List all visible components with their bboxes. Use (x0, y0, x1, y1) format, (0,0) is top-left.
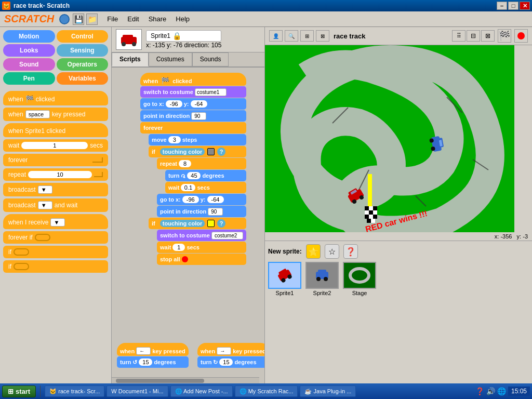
turn-left-15[interactable]: turn ↺ degrees (117, 356, 189, 368)
view-btn-2[interactable]: 🔍 (285, 30, 298, 42)
when-clicked-block[interactable]: when🏁clicked (3, 91, 108, 105)
taskbar-browser1[interactable]: 🌐 Add New Post -... (170, 385, 233, 397)
view-btn-3[interactable]: ⊞ (300, 30, 314, 42)
when-green-flag-1[interactable]: when 🏁 clicked (140, 73, 246, 86)
stage-thumb[interactable]: Stage (343, 262, 376, 296)
tab-sounds[interactable]: Sounds (192, 52, 229, 66)
if-block-2[interactable]: if (3, 260, 108, 273)
stamp-sprite-btn[interactable]: ☆ (325, 244, 339, 259)
y2-input[interactable] (207, 196, 224, 203)
motion-category[interactable]: Motion (3, 30, 55, 43)
when-sprite-clicked-block[interactable]: when Sprite1 clicked (3, 123, 108, 137)
wait1-input[interactable] (172, 244, 185, 251)
broadcast-wait-block[interactable]: broadcast ▼ and wait (3, 198, 108, 212)
when-key-pressed-block[interactable]: when space key pressed (3, 108, 108, 121)
receive-dropdown[interactable]: ▼ (50, 218, 65, 227)
stop-all[interactable]: stop all (157, 254, 246, 265)
broadcast-block[interactable]: broadcast ▼ (3, 183, 108, 196)
direction-dropdown[interactable]: 90 (191, 112, 206, 120)
stop-button[interactable] (514, 29, 528, 43)
share-menu[interactable]: Share (144, 14, 171, 24)
wait-01[interactable]: wait secs (165, 182, 246, 193)
tab-scripts[interactable]: Scripts (112, 52, 149, 66)
layout-btn-2[interactable]: ⊟ (467, 30, 480, 42)
folder-icon[interactable]: 📁 (86, 14, 98, 25)
if-block-1[interactable]: if (3, 246, 108, 258)
close-button[interactable]: ✕ (520, 2, 530, 10)
when-left-key[interactable]: when ← key pressed (117, 343, 189, 356)
maximize-button[interactable]: □ (508, 2, 518, 10)
broadcast-dropdown[interactable]: ▼ (38, 185, 52, 194)
turn15-right[interactable] (219, 358, 233, 366)
sound-category[interactable]: Sound (3, 58, 55, 71)
turn-45[interactable]: turn ↻ degrees (165, 170, 246, 181)
tab-costumes[interactable]: Costumes (149, 52, 192, 66)
operators-category[interactable]: Operators (57, 58, 109, 71)
if-touching-yellow[interactable]: if touching color ? (149, 218, 246, 229)
point-dir-reset[interactable]: point in direction 90 (157, 206, 246, 217)
upload-sprite-btn[interactable]: ❓ (343, 244, 358, 259)
steps-input[interactable] (168, 136, 181, 143)
horizontal-scrollbar[interactable] (112, 377, 259, 383)
costume-dropdown-2[interactable]: costume2 (211, 232, 243, 240)
sprite1-thumb[interactable]: Sprite1 (268, 262, 301, 296)
dir-dropdown-2[interactable]: 90 (208, 208, 223, 216)
view-btn-4[interactable]: ⊠ (316, 30, 329, 42)
control-category[interactable]: Control (57, 30, 109, 43)
repeat8-input[interactable] (179, 160, 191, 167)
y-input[interactable] (191, 100, 207, 108)
key-dropdown[interactable]: space (25, 110, 50, 118)
if-touching-gray[interactable]: if touching color ? (149, 146, 246, 157)
layout-btn-1[interactable]: ⠿ (452, 30, 466, 42)
when-receive-block[interactable]: when I receive ▼ (3, 214, 108, 229)
wait-block[interactable]: waitsecs (3, 139, 108, 152)
sensing-category[interactable]: Sensing (57, 44, 109, 57)
repeat-block[interactable]: repeat (3, 168, 108, 181)
help-taskbar-icon[interactable]: ❓ (475, 387, 484, 395)
move-block[interactable]: move steps (149, 134, 246, 145)
taskbar-browser2[interactable]: 🌐 My Scratch Rac... (235, 385, 298, 397)
start-button[interactable]: ⊞ start (2, 385, 36, 397)
language-globe[interactable] (59, 14, 70, 24)
save-icon[interactable]: 💾 (73, 14, 84, 25)
x2-input[interactable] (182, 196, 199, 203)
scripts-workspace[interactable]: when 🏁 clicked switch to costume costume… (112, 68, 264, 383)
goto-xy-block[interactable]: go to x: y: (140, 98, 246, 110)
edit-menu[interactable]: Edit (123, 14, 143, 24)
taskbar-java[interactable]: ☕ Java Plug-in ... (300, 385, 356, 397)
key-right-dropdown[interactable]: → (217, 347, 231, 355)
turn45-input[interactable] (187, 172, 201, 179)
costume-dropdown-1[interactable]: costume1 (195, 88, 227, 96)
wait-input[interactable] (21, 142, 88, 149)
sprite2-thumb[interactable]: Sprite2 (305, 262, 339, 296)
turn-right-15[interactable]: turn ↻ degrees (197, 356, 264, 368)
speaker-icon[interactable]: 🔊 (486, 387, 495, 395)
turn15-left[interactable] (139, 358, 152, 366)
key-left-dropdown[interactable]: ← (136, 347, 151, 355)
looks-category[interactable]: Looks (3, 44, 55, 57)
wait-1-2[interactable]: wait secs (157, 242, 246, 253)
variables-category[interactable]: Variables (57, 72, 109, 85)
network-icon[interactable]: 🌐 (497, 387, 506, 395)
repeat-input[interactable] (28, 171, 92, 178)
minimize-button[interactable]: – (497, 2, 507, 10)
view-btn-1[interactable]: 👤 (269, 30, 283, 42)
point-direction-block[interactable]: point in direction 90 (140, 110, 246, 122)
goto-xy-reset[interactable]: go to x: y: (157, 194, 246, 205)
paint-sprite-btn[interactable]: ⭐ (306, 244, 321, 259)
taskbar-word[interactable]: W Document1 - Mi... (107, 385, 168, 397)
help-menu[interactable]: Help (171, 14, 194, 24)
repeat-8[interactable]: repeat (157, 158, 246, 169)
wait01-input[interactable] (181, 184, 195, 191)
green-flag-button[interactable]: 🏁 (498, 29, 511, 43)
x-input[interactable] (166, 100, 182, 108)
pen-category[interactable]: Pen (3, 72, 55, 85)
file-menu[interactable]: File (103, 14, 122, 24)
broadcast-wait-dropdown[interactable]: ▼ (38, 201, 52, 209)
switch-costume-block[interactable]: switch to costume costume1 (140, 86, 246, 98)
layout-btn-3[interactable]: ⊠ (481, 30, 495, 42)
switch-costume2[interactable]: switch to costume costume2 (157, 230, 246, 241)
forever-block[interactable]: forever (3, 154, 108, 166)
taskbar-scratch[interactable]: 🐱 race track- Scr... (45, 385, 104, 397)
forever-if-block[interactable]: forever if (3, 231, 108, 244)
